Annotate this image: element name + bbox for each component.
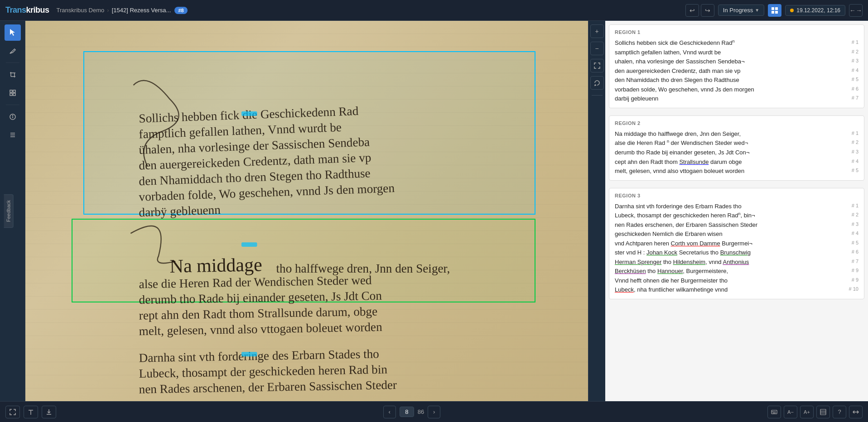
- svg-rect-43: [772, 410, 777, 414]
- fit-page-button[interactable]: [590, 59, 604, 72]
- line-item: Herman Sprenger tho Hildensheim, vnnd An…: [615, 258, 858, 267]
- line-item: nen Rades erschenen, der Erbaren Sassisc…: [615, 221, 858, 230]
- region-3-block: REGION 3 Darnha sint vth forderinge des …: [609, 188, 864, 299]
- svg-text:ühalen, nha vorlesinge der Sas: ühalen, nha vorlesinge der Sassischen Se…: [139, 135, 370, 157]
- breadcrumb-item-current[interactable]: [1542] Rezess Versa...: [112, 7, 171, 14]
- line-item: Lubeck, nha fruntlicher wilkamhetinge vn…: [615, 285, 858, 294]
- font-increase-button[interactable]: A+: [800, 406, 814, 418]
- rotate-button[interactable]: [590, 76, 604, 90]
- svg-marker-4: [10, 29, 15, 36]
- keyboard-button[interactable]: [767, 406, 781, 418]
- line-item: Lubeck, thosampt der geschickeden heren …: [615, 211, 858, 220]
- text-tool-button[interactable]: [24, 406, 38, 418]
- svg-point-16: [12, 115, 13, 116]
- svg-text:darbÿ gebleuenn: darbÿ gebleuenn: [139, 203, 221, 219]
- app-logo: Transkribus: [5, 5, 49, 15]
- line-item: cept ahn den Radt thom Strallsunde darum…: [615, 158, 858, 167]
- share-button[interactable]: ←→: [849, 4, 863, 17]
- breadcrumb: Transkribus Demo › [1542] Rezess Versa..…: [57, 7, 171, 14]
- svg-rect-37: [241, 242, 257, 247]
- region-3-header: REGION 3: [615, 193, 858, 198]
- named-entity-herman: Herman Sprenger: [615, 259, 661, 265]
- svg-rect-48: [820, 409, 826, 415]
- crop-tool-button[interactable]: [5, 67, 21, 83]
- status-label: In Progress: [723, 7, 753, 14]
- svg-text:nen Rades arschenen, der Erbar: nen Rades arschenen, der Erbaren Sassisc…: [139, 378, 397, 396]
- fullscreen-button[interactable]: [5, 406, 20, 418]
- region-1-header: REGION 1: [615, 29, 858, 35]
- svg-text:Lubeck, thosampt der geschicke: Lubeck, thosampt der geschickeden heren …: [139, 363, 387, 381]
- svg-rect-36: [241, 111, 257, 116]
- manuscript-svg: Sollichs hebben fick die Geschickedenn R…: [25, 21, 605, 401]
- select-tool-button[interactable]: [5, 24, 21, 41]
- svg-rect-0: [772, 7, 774, 10]
- line-item: vnd Achtparen heren Corth vom Damme Burg…: [615, 239, 858, 248]
- line-item: vorbaden solde, Wo geschehen, vnnd Js de…: [615, 85, 858, 94]
- svg-text:den Nhamiddach tho dren Stegen: den Nhamiddach tho dren Stegen tho Radth…: [139, 166, 371, 188]
- breadcrumb-sep: ›: [107, 7, 109, 14]
- line-item: darbij gebleuenn # 7: [615, 94, 858, 103]
- line-item: ster vnd H : Johan Kock Secretarius tho …: [615, 248, 858, 257]
- region-1-selection: [83, 51, 535, 215]
- download-button[interactable]: [42, 406, 56, 418]
- breadcrumb-item-demo[interactable]: Transkribus Demo: [57, 7, 105, 14]
- svg-text:tho halffwege dren, Jnn den Se: tho halffwege dren, Jnn den Seiger,: [276, 262, 450, 275]
- named-entity-corth: Corth vom Damme: [671, 240, 720, 247]
- grid-view-button[interactable]: [768, 4, 781, 17]
- line-item: Sollichs hebben sick die Geschickedenn R…: [615, 38, 858, 48]
- current-page-display: 8: [400, 407, 414, 417]
- text-panel: REGION 1 Sollichs hebben sick die Geschi…: [605, 21, 868, 401]
- named-entity-hannouer: Hannouer: [657, 268, 683, 274]
- svg-rect-11: [13, 90, 15, 92]
- svg-rect-3: [775, 11, 778, 14]
- prev-page-button[interactable]: ‹: [383, 406, 396, 418]
- list-tool-button[interactable]: [5, 127, 21, 143]
- svg-text:Sollichs hebben fick die Gesch: Sollichs hebben fick die Geschickedenn R…: [139, 104, 359, 125]
- expand-button[interactable]: [849, 406, 863, 418]
- line-item: geschickeden Nemlich die Erbaren wisen #…: [615, 230, 858, 239]
- feedback-tab[interactable]: Feedback: [4, 194, 14, 228]
- svg-rect-38: [241, 352, 257, 356]
- help-button[interactable]: ?: [833, 406, 846, 418]
- status-dropdown[interactable]: In Progress ▼: [718, 5, 764, 16]
- svg-rect-2: [772, 11, 774, 14]
- page-tag: #8: [174, 7, 187, 14]
- redo-button[interactable]: ↪: [701, 4, 714, 17]
- line-item: melt, gelesen, vnnd also vttogaen boleue…: [615, 167, 858, 176]
- named-entity-lubeck: Lubeck: [615, 286, 634, 293]
- date-display: 19.12.2022, 12:16: [785, 5, 845, 16]
- named-entity-berckhusen: Berckhüsen: [615, 268, 646, 274]
- layout-button[interactable]: [816, 406, 830, 418]
- chevron-down-icon: ▼: [755, 8, 759, 13]
- svg-text:vorbaden folde, Wo geschehen, : vorbaden folde, Wo geschehen, vnnd Js de…: [139, 181, 395, 204]
- svg-text:derumb tho Rade bij einander g: derumb tho Rade bij einander geseten, Js…: [139, 289, 382, 307]
- svg-rect-10: [10, 90, 12, 92]
- region-2-lines: Na middage tho halffwege dren, Jnn den S…: [615, 129, 858, 176]
- canvas-right-toolbar: + −: [588, 21, 605, 401]
- info-tool-button[interactable]: [5, 109, 21, 125]
- svg-text:melt, gelesen, vnnd also vttog: melt, gelesen, vnnd also vttogaen boleue…: [139, 320, 382, 338]
- page-navigation: ‹ 8 86 ›: [383, 406, 440, 418]
- named-entity-strallsunde: Strallsunde: [679, 158, 709, 165]
- line-item: den Nhamiddach tho dren Slegen tho Radth…: [615, 76, 858, 85]
- zoom-out-button[interactable]: −: [590, 42, 604, 55]
- svg-text:Darnha sint vth forderinge des: Darnha sint vth forderinge des Erbarn St…: [139, 347, 379, 364]
- pen-tool-button[interactable]: [5, 43, 21, 59]
- main-area: Sollichs hebben fick die Geschickedenn R…: [0, 21, 868, 401]
- line-item: alse die Heren Rad n der Wendischen Sted…: [615, 139, 858, 148]
- font-decrease-button[interactable]: A−: [784, 406, 797, 418]
- canvas-area[interactable]: Sollichs hebben fick die Geschickedenn R…: [25, 21, 605, 401]
- svg-text:famptlich gefallen lathen, Vnn: famptlich gefallen lathen, Vnnd wurdt be: [139, 120, 342, 141]
- named-entity-anthonius: Anthonius: [723, 259, 749, 265]
- zoom-in-button[interactable]: +: [590, 24, 604, 38]
- svg-text:alse die Heren Rad der Wendisc: alse die Heren Rad der Wendischen Steder…: [139, 273, 372, 291]
- next-page-button[interactable]: ›: [428, 406, 440, 418]
- line-item: samptlich gefallen lathen, Vnnd wurdt be…: [615, 48, 858, 57]
- line-item: Vnnd hefft ohnen die her Burgermeister t…: [615, 276, 858, 285]
- grid-tool-button[interactable]: [5, 85, 21, 101]
- line-item: derumb tho Rade bij einander geseten, Js…: [615, 148, 858, 157]
- region-2-block: REGION 2 Na middage tho halffwege dren, …: [609, 115, 864, 181]
- svg-rect-13: [13, 93, 15, 96]
- line-item: Darnha sint vth forderinge des Erbarn Ra…: [615, 202, 858, 211]
- undo-button[interactable]: ↩: [685, 4, 699, 17]
